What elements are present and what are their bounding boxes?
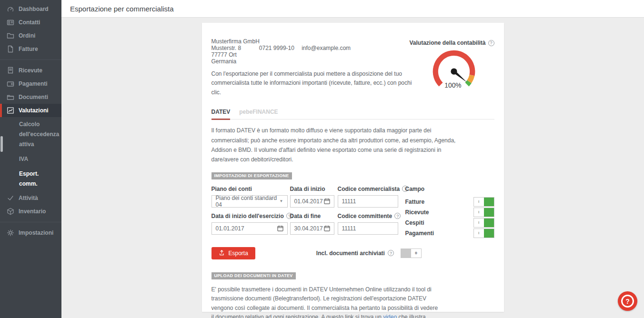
sidebar-scrollbar-thumb[interactable]: [0, 136, 3, 152]
tab-datev[interactable]: DATEV: [211, 109, 231, 120]
chevron-down-icon: ▼: [280, 199, 283, 203]
company-zip-city: 77777 Ort: [211, 51, 413, 58]
piano-dei-conti-label: Piano dei conti: [211, 186, 288, 192]
data-inizio-esercizio-input[interactable]: 01.01.2017: [211, 222, 288, 235]
company-info: Musterfirma GmbH Musterstr. 8 0721 9999-…: [211, 38, 413, 97]
intro-text: Con l'esportazione per il commercialista…: [211, 70, 413, 97]
sidebar-item-pagamenti[interactable]: Pagamenti: [0, 77, 61, 90]
sidebar-divider: [0, 222, 61, 222]
sidebar-item-label: Dashboard: [19, 6, 49, 12]
sidebar-item-contatti[interactable]: Contatti: [0, 16, 61, 29]
sidebar-item-valutazioni[interactable]: Valutazioni: [0, 104, 61, 117]
campo-header: Campo: [405, 186, 494, 192]
tab-pebefinance[interactable]: pebeFINANCE: [239, 109, 278, 119]
help-circle-icon[interactable]: ?: [388, 250, 394, 256]
campo-row-ricevute: Ricevute I: [405, 207, 494, 218]
toggle-pagamenti[interactable]: I: [473, 229, 494, 238]
sidebar-item-label: Documenti: [19, 94, 48, 100]
company-street: Musterstr. 8: [211, 45, 258, 51]
incl-archived-group: Incl. documenti archiviati ? 0: [316, 248, 422, 258]
check-icon: [7, 194, 14, 202]
toggle-cespiti[interactable]: I: [473, 218, 494, 228]
page-title: Esportazione per commercialista: [70, 5, 174, 13]
sidebar-item-fatture[interactable]: Fatture: [0, 42, 61, 56]
contacts-icon: [7, 19, 14, 26]
sidebar-item-label: Pagamenti: [19, 80, 48, 87]
sidebar: Dashboard Contatti Ordini Fatture Ricevu…: [0, 0, 61, 318]
wallet-icon: [7, 80, 14, 88]
sidebar-item-label: Inventario: [19, 208, 46, 215]
company-name: Musterfirma GmbH: [211, 38, 413, 45]
gauge-chart: 100%: [418, 46, 490, 95]
export-button[interactable]: Esporta: [211, 247, 255, 259]
receipt-icon: [7, 67, 14, 74]
video-link[interactable]: video: [383, 314, 397, 318]
sidebar-item-inventario[interactable]: Inventario: [0, 205, 61, 218]
campo-row-fatture: Fatture I: [405, 197, 494, 207]
calendar-icon[interactable]: [277, 225, 283, 231]
accounting-rating-gauge: Valutazione della contabilità ? 100%: [413, 38, 494, 97]
upload-icon: [219, 249, 225, 257]
main-content: Musterfirma GmbH Musterstr. 8 0721 9999-…: [61, 18, 644, 318]
toggle-ricevute[interactable]: I: [473, 208, 494, 217]
piano-dei-conti-select[interactable]: Piano dei conti standard 04 ▼: [211, 195, 288, 208]
campo-row-pagamenti: Pagamenti I: [405, 228, 494, 238]
help-circle-icon[interactable]: ?: [394, 213, 401, 219]
datev-description: Il formato DATEV è un formato molto diff…: [211, 126, 461, 165]
sidebar-item-attivita[interactable]: Attività: [0, 191, 61, 205]
sidebar-item-dashboard[interactable]: Dashboard: [0, 2, 61, 16]
sidebar-item-label: Impostazioni: [19, 229, 53, 236]
data-inizio-input[interactable]: 01.04.2017: [290, 195, 334, 208]
documents-icon: [7, 93, 14, 101]
file-icon: [7, 45, 14, 53]
export-card: Musterfirma GmbH Musterstr. 8 0721 9999-…: [202, 23, 504, 312]
sidebar-item-documenti[interactable]: Documenti: [0, 90, 61, 104]
export-settings-form: Piano dei conti Piano dei conti standard…: [211, 186, 494, 238]
help-circle-icon[interactable]: ?: [488, 40, 494, 46]
data-fine-label: Data di fine: [290, 213, 334, 219]
chart-icon: [7, 107, 14, 114]
sidebar-item-label: Ordini: [19, 32, 35, 39]
codice-commercialista-label: Codice commercialista ?: [338, 186, 398, 192]
data-inizio-esercizio-label: Data di inizio dell'esercizio ?: [211, 213, 288, 219]
dashboard-icon: [7, 5, 14, 13]
campo-row-cespiti: Cespiti I: [405, 218, 494, 228]
sidebar-item-label: Contatti: [19, 19, 40, 26]
sidebar-item-ricevute[interactable]: Ricevute: [0, 64, 61, 77]
company-phone: 0721 9999-10: [259, 45, 300, 51]
upload-description: E' possibile trasmettere i documenti in …: [211, 285, 441, 318]
calendar-icon[interactable]: [324, 198, 330, 204]
codice-committente-label: Codice committente ?: [338, 213, 398, 219]
toggle-incl-archived[interactable]: 0: [401, 248, 422, 258]
campo-column: Campo Fatture I Ricevute I Cespiti: [405, 186, 494, 238]
sidebar-item-label: Attività: [19, 195, 38, 201]
sidebar-item-ordini[interactable]: Ordini: [0, 29, 61, 42]
gear-icon: [7, 229, 14, 237]
sidebar-item-label: Valutazioni: [19, 107, 49, 114]
sidebar-subitem-esport-comm[interactable]: Esport. comm.: [0, 167, 61, 191]
sidebar-item-impostazioni[interactable]: Impostazioni: [0, 226, 61, 239]
data-inizio-label: Data di inizio: [290, 186, 334, 192]
codice-committente-input[interactable]: 11111: [338, 222, 398, 235]
company-email: info@example.com: [302, 45, 351, 51]
gauge-value: 100%: [444, 82, 461, 89]
toggle-fatture[interactable]: I: [473, 197, 494, 207]
sidebar-subitem-iva[interactable]: IVA: [0, 152, 61, 167]
calendar-icon[interactable]: [324, 225, 330, 231]
gauge-title: Valutazione della contabilità: [409, 40, 485, 46]
export-tabs: DATEV pebeFINANCE: [211, 109, 494, 119]
export-settings-badge: IMPOSTAZIONI DI ESPORTAZIONE: [211, 172, 292, 179]
sidebar-item-label: Ricevute: [19, 67, 42, 74]
box-icon: [7, 208, 14, 215]
question-mark-icon: ?: [621, 295, 634, 308]
sidebar-divider: [0, 60, 61, 60]
upload-section-badge: UPLOAD DEI DOCUMENTI IN DATEV: [211, 272, 296, 279]
codice-commercialista-input[interactable]: 11111: [338, 195, 398, 208]
company-country: Germania: [211, 58, 413, 65]
sidebar-item-label: Fatture: [19, 46, 38, 52]
folder-icon: [7, 32, 14, 40]
data-fine-input[interactable]: 30.04.2017: [290, 222, 334, 235]
help-fab-button[interactable]: ?: [618, 291, 637, 311]
sidebar-subitem-calcolo-eccedenza[interactable]: Calcolo dell'eccedenza attiva: [0, 117, 61, 152]
topbar: Esportazione per commercialista: [61, 0, 644, 18]
